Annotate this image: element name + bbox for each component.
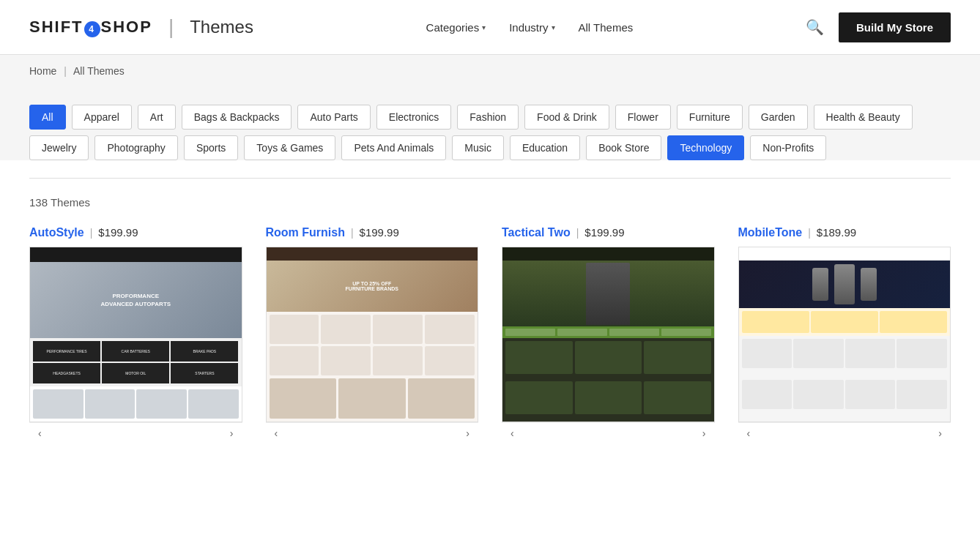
theme-preview[interactable]: PROFORMANCEADVANCED AUTOPARTS PERFORMANC… [29, 247, 242, 422]
themes-count: 138 Themes [29, 196, 951, 209]
theme-card: Room Furnish | $199.99 UP TO 25% OFFFURN… [266, 226, 479, 443]
theme-price: $199.99 [584, 226, 624, 239]
preview-nav: ‹ › [738, 422, 951, 443]
price-separator: | [351, 227, 354, 239]
filter-tag-book-store[interactable]: Book Store [586, 135, 661, 160]
theme-price: $199.99 [360, 226, 399, 239]
filter-tag-photography[interactable]: Photography [94, 135, 177, 160]
preview-nav: ‹ › [29, 422, 242, 443]
filter-tag-bags-backpacks[interactable]: Bags & Backpacks [182, 105, 292, 130]
prev-arrow-icon[interactable]: ‹ [744, 426, 754, 441]
filter-tag-all[interactable]: All [29, 105, 66, 130]
price-separator: | [90, 227, 93, 239]
theme-card-header: AutoStyle | $199.99 [29, 226, 242, 239]
filter-tag-pets-and-animals[interactable]: Pets And Animals [341, 135, 446, 160]
price-separator: | [576, 227, 579, 239]
breadcrumb: Home | All Themes [0, 55, 980, 87]
theme-preview[interactable] [738, 247, 951, 422]
nav-all-themes[interactable]: All Themes [579, 21, 634, 34]
header: SHIFT4SHOP | Themes Categories ▾ Industr… [0, 0, 980, 55]
theme-preview[interactable]: UP TO 25% OFFFURNITURE BRANDS [266, 247, 479, 422]
main-nav: Categories ▾ Industry ▾ All Themes [426, 21, 634, 34]
build-store-button[interactable]: Build My Store [839, 12, 951, 42]
filter-tag-music[interactable]: Music [452, 135, 504, 160]
search-button[interactable]: 🔍 [806, 18, 824, 36]
filter-tags: AllApparelArtBags & BackpacksAuto PartsE… [29, 105, 951, 160]
filter-section: AllApparelArtBags & BackpacksAuto PartsE… [0, 87, 980, 160]
filter-tag-jewelry[interactable]: Jewelry [29, 135, 89, 160]
filter-tag-garden[interactable]: Garden [749, 105, 808, 130]
main-content: 138 Themes AutoStyle | $199.99 PROFORMAN… [0, 179, 980, 461]
next-arrow-icon[interactable]: › [699, 426, 709, 441]
theme-card-header: Tactical Two | $199.99 [502, 226, 715, 239]
chevron-down-icon: ▾ [482, 23, 486, 31]
header-actions: 🔍 Build My Store [806, 12, 951, 42]
prev-arrow-icon[interactable]: ‹ [35, 426, 45, 441]
filter-tag-furniture[interactable]: Furniture [677, 105, 743, 130]
filter-tag-toys-games[interactable]: Toys & Games [244, 135, 335, 160]
breadcrumb-current: All Themes [73, 65, 125, 77]
filter-tag-auto-parts[interactable]: Auto Parts [297, 105, 370, 130]
price-separator: | [808, 227, 811, 239]
logo-divider: | [168, 15, 174, 39]
filter-tag-technology[interactable]: Technology [667, 135, 744, 160]
filter-tag-non-profits[interactable]: Non-Profits [750, 135, 826, 160]
filter-tag-education[interactable]: Education [510, 135, 580, 160]
chevron-down-icon: ▾ [552, 23, 555, 31]
logo-area: SHIFT4SHOP | Themes [29, 15, 253, 39]
theme-card: AutoStyle | $199.99 PROFORMANCEADVANCED … [29, 226, 242, 443]
filter-tag-art[interactable]: Art [138, 105, 176, 130]
theme-grid: AutoStyle | $199.99 PROFORMANCEADVANCED … [29, 226, 951, 443]
filter-tag-fashion[interactable]: Fashion [457, 105, 519, 130]
next-arrow-icon[interactable]: › [463, 426, 472, 441]
prev-arrow-icon[interactable]: ‹ [508, 426, 517, 441]
breadcrumb-home[interactable]: Home [29, 65, 56, 77]
theme-card-header: Room Furnish | $199.99 [266, 226, 479, 239]
theme-card: Tactical Two | $199.99 [502, 226, 715, 443]
filter-tag-apparel[interactable]: Apparel [72, 105, 132, 130]
preview-nav: ‹ › [502, 422, 715, 443]
theme-price: $189.99 [817, 226, 856, 239]
preview-nav: ‹ › [266, 422, 479, 443]
theme-price: $199.99 [98, 226, 138, 239]
filter-tag-flower[interactable]: Flower [615, 105, 671, 130]
next-arrow-icon[interactable]: › [227, 426, 237, 441]
filter-tag-health-beauty[interactable]: Health & Beauty [814, 105, 913, 130]
theme-name[interactable]: MobileTone [738, 226, 803, 239]
theme-card-header: MobileTone | $189.99 [738, 226, 951, 239]
breadcrumb-separator: | [64, 65, 67, 77]
prev-arrow-icon[interactable]: ‹ [272, 426, 281, 441]
nav-categories[interactable]: Categories ▾ [426, 21, 486, 34]
nav-industry[interactable]: Industry ▾ [509, 21, 554, 34]
theme-name[interactable]: Room Furnish [266, 226, 345, 239]
filter-tag-sports[interactable]: Sports [184, 135, 238, 160]
logo-themes: Themes [190, 17, 253, 37]
logo: SHIFT4SHOP [29, 18, 152, 37]
logo-number: 4 [84, 21, 100, 37]
theme-preview[interactable] [502, 247, 715, 422]
filter-tag-electronics[interactable]: Electronics [376, 105, 451, 130]
filter-tag-food-drink[interactable]: Food & Drink [524, 105, 609, 130]
theme-card: MobileTone | $189.99 [738, 226, 951, 443]
next-arrow-icon[interactable]: › [935, 426, 945, 441]
theme-name[interactable]: Tactical Two [502, 226, 571, 239]
theme-name[interactable]: AutoStyle [29, 226, 84, 239]
